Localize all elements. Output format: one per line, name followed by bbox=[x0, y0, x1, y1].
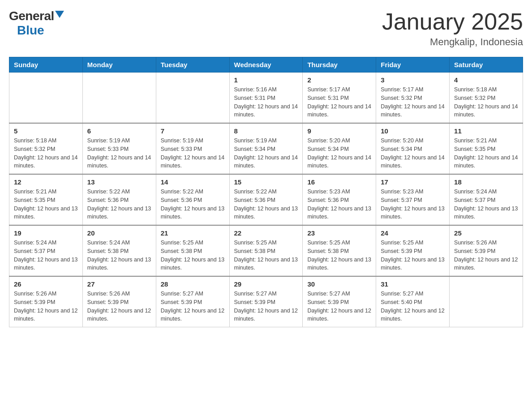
calendar-cell: 25Sunrise: 5:26 AMSunset: 5:39 PMDayligh… bbox=[450, 225, 523, 276]
day-number: 18 bbox=[454, 178, 518, 186]
day-info: Sunrise: 5:23 AMSunset: 5:37 PMDaylight:… bbox=[381, 188, 445, 221]
calendar-row-4: 19Sunrise: 5:24 AMSunset: 5:37 PMDayligh… bbox=[9, 225, 523, 276]
day-number: 22 bbox=[234, 229, 298, 237]
day-info: Sunrise: 5:16 AMSunset: 5:31 PMDaylight:… bbox=[234, 86, 298, 119]
calendar-row-3: 12Sunrise: 5:21 AMSunset: 5:35 PMDayligh… bbox=[9, 174, 523, 225]
day-info: Sunrise: 5:26 AMSunset: 5:39 PMDaylight:… bbox=[14, 290, 78, 323]
calendar-cell: 21Sunrise: 5:25 AMSunset: 5:38 PMDayligh… bbox=[156, 225, 229, 276]
calendar-cell: 15Sunrise: 5:22 AMSunset: 5:36 PMDayligh… bbox=[229, 174, 303, 225]
calendar-cell: 29Sunrise: 5:27 AMSunset: 5:39 PMDayligh… bbox=[229, 276, 303, 327]
day-info: Sunrise: 5:24 AMSunset: 5:38 PMDaylight:… bbox=[87, 239, 151, 272]
calendar-cell: 31Sunrise: 5:27 AMSunset: 5:40 PMDayligh… bbox=[376, 276, 450, 327]
calendar-cell: 16Sunrise: 5:23 AMSunset: 5:36 PMDayligh… bbox=[303, 174, 376, 225]
calendar-cell: 22Sunrise: 5:25 AMSunset: 5:38 PMDayligh… bbox=[229, 225, 303, 276]
day-number: 7 bbox=[161, 127, 225, 135]
day-info: Sunrise: 5:27 AMSunset: 5:39 PMDaylight:… bbox=[307, 290, 371, 323]
location-subtitle: Mengkalip, Indonesia bbox=[382, 36, 523, 48]
calendar-cell: 7Sunrise: 5:19 AMSunset: 5:33 PMDaylight… bbox=[156, 123, 229, 174]
day-info: Sunrise: 5:19 AMSunset: 5:34 PMDaylight:… bbox=[234, 137, 298, 170]
day-number: 30 bbox=[307, 280, 371, 288]
calendar-cell: 5Sunrise: 5:18 AMSunset: 5:32 PMDaylight… bbox=[9, 123, 83, 174]
day-info: Sunrise: 5:22 AMSunset: 5:36 PMDaylight:… bbox=[161, 188, 225, 221]
day-number: 12 bbox=[14, 178, 78, 186]
day-number: 11 bbox=[454, 127, 518, 135]
day-info: Sunrise: 5:25 AMSunset: 5:38 PMDaylight:… bbox=[234, 239, 298, 272]
day-number: 20 bbox=[87, 229, 151, 237]
day-number: 21 bbox=[161, 229, 225, 237]
calendar-table: Sunday Monday Tuesday Wednesday Thursday… bbox=[9, 57, 523, 327]
day-info: Sunrise: 5:20 AMSunset: 5:34 PMDaylight:… bbox=[381, 137, 445, 170]
calendar-row-2: 5Sunrise: 5:18 AMSunset: 5:32 PMDaylight… bbox=[9, 123, 523, 174]
day-number: 25 bbox=[454, 229, 518, 237]
day-info: Sunrise: 5:18 AMSunset: 5:32 PMDaylight:… bbox=[454, 86, 518, 119]
calendar-cell: 23Sunrise: 5:25 AMSunset: 5:38 PMDayligh… bbox=[303, 225, 376, 276]
day-number: 8 bbox=[234, 127, 298, 135]
day-info: Sunrise: 5:25 AMSunset: 5:38 PMDaylight:… bbox=[307, 239, 371, 272]
day-number: 28 bbox=[161, 280, 225, 288]
day-info: Sunrise: 5:26 AMSunset: 5:39 PMDaylight:… bbox=[454, 239, 518, 272]
day-number: 15 bbox=[234, 178, 298, 186]
calendar-row-1: 1Sunrise: 5:16 AMSunset: 5:31 PMDaylight… bbox=[9, 73, 523, 124]
col-wednesday: Wednesday bbox=[229, 57, 303, 73]
day-info: Sunrise: 5:24 AMSunset: 5:37 PMDaylight:… bbox=[454, 188, 518, 221]
calendar-cell bbox=[82, 73, 156, 124]
day-number: 27 bbox=[87, 280, 151, 288]
calendar-cell: 20Sunrise: 5:24 AMSunset: 5:38 PMDayligh… bbox=[82, 225, 156, 276]
day-number: 10 bbox=[381, 127, 445, 135]
day-info: Sunrise: 5:18 AMSunset: 5:32 PMDaylight:… bbox=[14, 137, 78, 170]
calendar-header-row: Sunday Monday Tuesday Wednesday Thursday… bbox=[9, 57, 523, 73]
day-info: Sunrise: 5:23 AMSunset: 5:36 PMDaylight:… bbox=[307, 188, 371, 221]
title-section: January 2025 Mengkalip, Indonesia bbox=[382, 9, 523, 48]
col-monday: Monday bbox=[82, 57, 156, 73]
logo-blue-text: Blue bbox=[17, 23, 44, 38]
day-info: Sunrise: 5:19 AMSunset: 5:33 PMDaylight:… bbox=[87, 137, 151, 170]
col-saturday: Saturday bbox=[450, 57, 523, 73]
month-year-title: January 2025 bbox=[382, 9, 523, 34]
calendar-cell: 26Sunrise: 5:26 AMSunset: 5:39 PMDayligh… bbox=[9, 276, 83, 327]
day-number: 24 bbox=[381, 229, 445, 237]
calendar-cell: 12Sunrise: 5:21 AMSunset: 5:35 PMDayligh… bbox=[9, 174, 83, 225]
calendar-cell: 1Sunrise: 5:16 AMSunset: 5:31 PMDaylight… bbox=[229, 73, 303, 124]
calendar-cell bbox=[9, 73, 83, 124]
calendar-cell: 6Sunrise: 5:19 AMSunset: 5:33 PMDaylight… bbox=[82, 123, 156, 174]
logo: General Blue bbox=[9, 9, 64, 38]
calendar-cell: 3Sunrise: 5:17 AMSunset: 5:32 PMDaylight… bbox=[376, 73, 450, 124]
day-info: Sunrise: 5:27 AMSunset: 5:40 PMDaylight:… bbox=[381, 290, 445, 323]
calendar-cell: 9Sunrise: 5:20 AMSunset: 5:34 PMDaylight… bbox=[303, 123, 376, 174]
day-info: Sunrise: 5:19 AMSunset: 5:33 PMDaylight:… bbox=[161, 137, 225, 170]
day-number: 29 bbox=[234, 280, 298, 288]
day-info: Sunrise: 5:25 AMSunset: 5:38 PMDaylight:… bbox=[161, 239, 225, 272]
calendar-cell: 30Sunrise: 5:27 AMSunset: 5:39 PMDayligh… bbox=[303, 276, 376, 327]
calendar-cell: 10Sunrise: 5:20 AMSunset: 5:34 PMDayligh… bbox=[376, 123, 450, 174]
calendar-cell: 11Sunrise: 5:21 AMSunset: 5:35 PMDayligh… bbox=[450, 123, 523, 174]
day-info: Sunrise: 5:17 AMSunset: 5:32 PMDaylight:… bbox=[381, 86, 445, 119]
calendar-cell: 19Sunrise: 5:24 AMSunset: 5:37 PMDayligh… bbox=[9, 225, 83, 276]
day-info: Sunrise: 5:26 AMSunset: 5:39 PMDaylight:… bbox=[87, 290, 151, 323]
day-number: 13 bbox=[87, 178, 151, 186]
calendar-cell: 14Sunrise: 5:22 AMSunset: 5:36 PMDayligh… bbox=[156, 174, 229, 225]
calendar-cell: 28Sunrise: 5:27 AMSunset: 5:39 PMDayligh… bbox=[156, 276, 229, 327]
day-number: 19 bbox=[14, 229, 78, 237]
day-number: 2 bbox=[307, 76, 371, 84]
day-info: Sunrise: 5:24 AMSunset: 5:37 PMDaylight:… bbox=[14, 239, 78, 272]
calendar-cell: 17Sunrise: 5:23 AMSunset: 5:37 PMDayligh… bbox=[376, 174, 450, 225]
day-number: 5 bbox=[14, 127, 78, 135]
day-info: Sunrise: 5:25 AMSunset: 5:39 PMDaylight:… bbox=[381, 239, 445, 272]
logo-triangle-icon bbox=[55, 11, 64, 18]
day-number: 17 bbox=[381, 178, 445, 186]
calendar-cell: 13Sunrise: 5:22 AMSunset: 5:36 PMDayligh… bbox=[82, 174, 156, 225]
day-info: Sunrise: 5:21 AMSunset: 5:35 PMDaylight:… bbox=[14, 188, 78, 221]
calendar-cell: 24Sunrise: 5:25 AMSunset: 5:39 PMDayligh… bbox=[376, 225, 450, 276]
page-header: General Blue January 2025 Mengkalip, Ind… bbox=[9, 9, 523, 48]
col-friday: Friday bbox=[376, 57, 450, 73]
day-number: 1 bbox=[234, 76, 298, 84]
day-number: 4 bbox=[454, 76, 518, 84]
calendar-cell: 27Sunrise: 5:26 AMSunset: 5:39 PMDayligh… bbox=[82, 276, 156, 327]
day-number: 3 bbox=[381, 76, 445, 84]
logo-general-text: General bbox=[9, 9, 54, 23]
calendar-row-5: 26Sunrise: 5:26 AMSunset: 5:39 PMDayligh… bbox=[9, 276, 523, 327]
day-number: 31 bbox=[381, 280, 445, 288]
day-number: 26 bbox=[14, 280, 78, 288]
calendar-cell bbox=[450, 276, 523, 327]
day-number: 16 bbox=[307, 178, 371, 186]
